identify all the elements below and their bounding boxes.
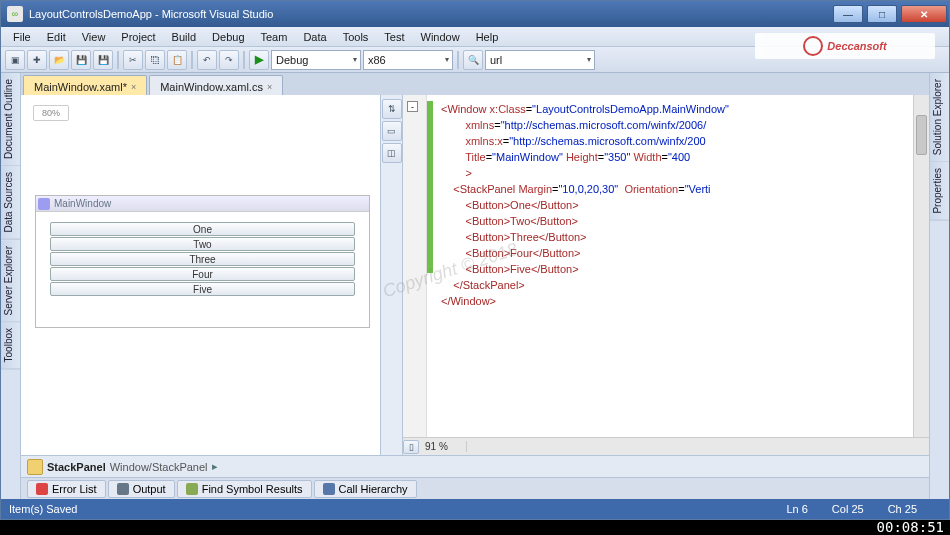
platform-combo[interactable]: x86 bbox=[363, 50, 453, 70]
editor-zoom[interactable]: 91 % bbox=[419, 441, 467, 452]
window-buttons: — □ ✕ bbox=[831, 3, 949, 25]
tab-output[interactable]: Output bbox=[108, 480, 175, 498]
tab-find-symbol[interactable]: Find Symbol Results bbox=[177, 480, 312, 498]
design-stackpanel[interactable]: One Two Three Four Five bbox=[36, 212, 369, 327]
code-content[interactable]: <Window x:Class="LayoutControlsDemoApp.M… bbox=[441, 101, 925, 309]
brand-logo: Deccansoft bbox=[755, 33, 935, 59]
editor-gutter bbox=[403, 95, 427, 455]
cut-button[interactable]: ✂ bbox=[123, 50, 143, 70]
platform-value: x86 bbox=[368, 54, 386, 66]
xaml-breadcrumb[interactable]: StackPanel Window/StackPanel ▸ bbox=[21, 455, 929, 477]
chevron-right-icon[interactable]: ▸ bbox=[212, 460, 218, 473]
separator bbox=[243, 51, 245, 69]
tab-label: Find Symbol Results bbox=[202, 483, 303, 495]
find-combo[interactable]: url bbox=[485, 50, 595, 70]
editor-split: 80% MainWindow One Two Three Four Five bbox=[21, 95, 929, 455]
save-button[interactable]: 💾 bbox=[71, 50, 91, 70]
copy-button[interactable]: ⿻ bbox=[145, 50, 165, 70]
minimize-button[interactable]: — bbox=[833, 5, 863, 23]
swap-panes-button[interactable]: ⇅ bbox=[382, 99, 402, 119]
menu-item[interactable]: File bbox=[5, 29, 39, 45]
split-handle[interactable]: ▯ bbox=[403, 440, 419, 454]
breadcrumb-path[interactable]: Window/StackPanel bbox=[110, 461, 208, 473]
menu-item[interactable]: View bbox=[74, 29, 114, 45]
collapse-icon[interactable]: - bbox=[407, 101, 418, 112]
tab-error-list[interactable]: Error List bbox=[27, 480, 106, 498]
config-combo[interactable]: Debug bbox=[271, 50, 361, 70]
doc-tab-label: MainWindow.xaml* bbox=[34, 81, 127, 93]
separator bbox=[117, 51, 119, 69]
design-button[interactable]: Three bbox=[50, 252, 355, 266]
design-button[interactable]: One bbox=[50, 222, 355, 236]
breadcrumb-element[interactable]: StackPanel bbox=[47, 461, 106, 473]
paste-button[interactable]: 📋 bbox=[167, 50, 187, 70]
redo-button[interactable]: ↷ bbox=[219, 50, 239, 70]
well-tab-solution-explorer[interactable]: Solution Explorer bbox=[930, 73, 949, 162]
menu-item[interactable]: Edit bbox=[39, 29, 74, 45]
menu-item[interactable]: Debug bbox=[204, 29, 252, 45]
close-button[interactable]: ✕ bbox=[901, 5, 947, 23]
save-all-button[interactable]: 💾 bbox=[93, 50, 113, 70]
video-timestamp: 00:08:51 bbox=[877, 519, 944, 535]
designer-zoom[interactable]: 80% bbox=[33, 105, 69, 121]
tab-label: Call Hierarchy bbox=[339, 483, 408, 495]
right-tool-well: Solution Explorer Properties bbox=[929, 73, 949, 499]
error-icon bbox=[36, 483, 48, 495]
separator bbox=[191, 51, 193, 69]
config-value: Debug bbox=[276, 54, 308, 66]
maximize-button[interactable]: □ bbox=[867, 5, 897, 23]
well-tab-server-explorer[interactable]: Server Explorer bbox=[1, 240, 20, 322]
design-button[interactable]: Five bbox=[50, 282, 355, 296]
design-button[interactable]: Four bbox=[50, 267, 355, 281]
menu-item[interactable]: Help bbox=[468, 29, 507, 45]
designer-vertical-toolbar: ⇅ ▭ ◫ bbox=[381, 95, 403, 455]
output-icon bbox=[117, 483, 129, 495]
find-value: url bbox=[490, 54, 502, 66]
menu-item[interactable]: Window bbox=[413, 29, 468, 45]
menu-item[interactable]: Build bbox=[164, 29, 204, 45]
document-tabs: MainWindow.xaml*× MainWindow.xaml.cs× bbox=[21, 73, 929, 95]
vertical-scrollbar[interactable] bbox=[913, 95, 929, 437]
tab-label: Output bbox=[133, 483, 166, 495]
menu-item[interactable]: Data bbox=[295, 29, 334, 45]
status-ch: Ch 25 bbox=[888, 503, 917, 515]
new-project-button[interactable]: ▣ bbox=[5, 50, 25, 70]
find-icon[interactable]: 🔍 bbox=[463, 50, 483, 70]
add-item-button[interactable]: ✚ bbox=[27, 50, 47, 70]
design-button[interactable]: Two bbox=[50, 237, 355, 251]
well-tab-data-sources[interactable]: Data Sources bbox=[1, 166, 20, 240]
title-bar[interactable]: ∞ LayoutControlsDemoApp - Microsoft Visu… bbox=[1, 1, 949, 27]
open-button[interactable]: 📂 bbox=[49, 50, 69, 70]
close-icon[interactable]: × bbox=[131, 82, 136, 92]
doc-tab-mainwindow-cs[interactable]: MainWindow.xaml.cs× bbox=[149, 75, 283, 95]
horizontal-split-button[interactable]: ▭ bbox=[382, 121, 402, 141]
well-tab-toolbox[interactable]: Toolbox bbox=[1, 322, 20, 369]
scroll-thumb[interactable] bbox=[916, 115, 927, 155]
menu-item[interactable]: Test bbox=[376, 29, 412, 45]
doc-tab-label: MainWindow.xaml.cs bbox=[160, 81, 263, 93]
xaml-editor[interactable]: - <Window x:Class="LayoutControlsDemoApp… bbox=[403, 95, 929, 455]
close-icon[interactable]: × bbox=[267, 82, 272, 92]
find-icon bbox=[186, 483, 198, 495]
status-bar: Item(s) Saved Ln 6 Col 25 Ch 25 bbox=[1, 499, 949, 519]
menu-item[interactable]: Team bbox=[253, 29, 296, 45]
tab-call-hierarchy[interactable]: Call Hierarchy bbox=[314, 480, 417, 498]
design-window-title: MainWindow bbox=[36, 196, 369, 212]
well-tab-document-outline[interactable]: Document Outline bbox=[1, 73, 20, 166]
tab-label: Error List bbox=[52, 483, 97, 495]
bottom-tool-tabs: Error List Output Find Symbol Results Ca… bbox=[21, 477, 929, 499]
well-tab-properties[interactable]: Properties bbox=[930, 162, 949, 221]
horizontal-scrollbar[interactable]: ▯ 91 % bbox=[403, 437, 929, 455]
hierarchy-icon bbox=[323, 483, 335, 495]
menu-item[interactable]: Tools bbox=[335, 29, 377, 45]
design-window[interactable]: MainWindow One Two Three Four Five bbox=[35, 195, 370, 328]
vertical-split-button[interactable]: ◫ bbox=[382, 143, 402, 163]
start-debug-button[interactable]: ▶ bbox=[249, 50, 269, 70]
status-col: Col 25 bbox=[832, 503, 864, 515]
xaml-designer[interactable]: 80% MainWindow One Two Three Four Five bbox=[21, 95, 381, 455]
doc-tab-mainwindow-xaml[interactable]: MainWindow.xaml*× bbox=[23, 75, 147, 95]
menu-item[interactable]: Project bbox=[113, 29, 163, 45]
app-window: ∞ LayoutControlsDemoApp - Microsoft Visu… bbox=[0, 0, 950, 520]
left-tool-well: Document Outline Data Sources Server Exp… bbox=[1, 73, 21, 499]
undo-button[interactable]: ↶ bbox=[197, 50, 217, 70]
